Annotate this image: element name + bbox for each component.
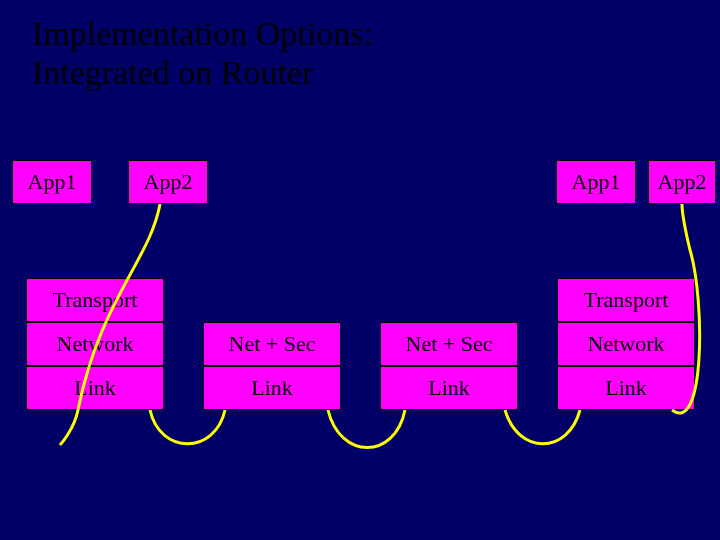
router2-netsec: Net + Sec (380, 322, 518, 366)
hostB-app1: App1 (556, 160, 636, 204)
router2-link: Link (380, 366, 518, 410)
title-line2: Integrated on Router (32, 54, 313, 91)
hostA-app1: App1 (12, 160, 92, 204)
hostB-app2: App2 (648, 160, 716, 204)
title-line1: Implementation Options: (32, 15, 373, 52)
hostA-network: Network (26, 322, 164, 366)
hostB-transport: Transport (557, 278, 695, 322)
hostB-network: Network (557, 322, 695, 366)
slide-title: Implementation Options: Integrated on Ro… (32, 14, 373, 92)
hostA-app2: App2 (128, 160, 208, 204)
router1-link: Link (203, 366, 341, 410)
hostA-link: Link (26, 366, 164, 410)
hostB-link: Link (557, 366, 695, 410)
hostA-transport: Transport (26, 278, 164, 322)
router1-netsec: Net + Sec (203, 322, 341, 366)
